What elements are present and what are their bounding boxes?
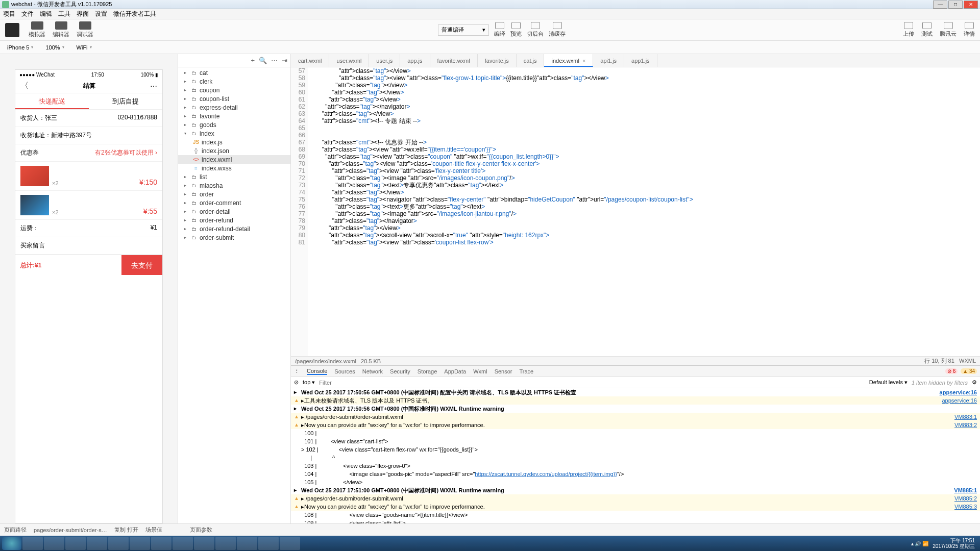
test-button[interactable]: 测试	[921, 22, 933, 38]
more-options-icon[interactable]: ⋯	[271, 57, 278, 64]
menu-project[interactable]: 项目	[3, 10, 15, 18]
folder-node[interactable]: ▸🗀clerk	[178, 77, 290, 86]
taskbar-item[interactable]	[215, 537, 236, 550]
folder-node[interactable]: ▸🗀goods	[178, 120, 290, 129]
editor-tab[interactable]: cart.wxml	[291, 54, 329, 67]
tab-sources[interactable]: Sources	[334, 368, 355, 374]
editor-tab[interactable]: user.wxml	[329, 54, 369, 67]
taskbar-item[interactable]	[173, 537, 193, 550]
file-node[interactable]: ≡index.wxss	[178, 164, 290, 172]
minimize-button[interactable]: —	[933, 1, 947, 9]
preview-button[interactable]: 预览	[510, 22, 522, 38]
debugger-toggle[interactable]: 调试器	[77, 21, 93, 38]
folder-node[interactable]: ▸🗀order-detail	[178, 207, 290, 216]
tab-console[interactable]: Console	[307, 368, 327, 375]
menu-settings[interactable]: 设置	[95, 10, 107, 18]
tab-appdata[interactable]: AppData	[444, 368, 466, 374]
editor-tab[interactable]: user.js	[369, 54, 400, 67]
taskbar-item[interactable]	[280, 537, 300, 550]
folder-node[interactable]: ▸🗀cat	[178, 68, 290, 77]
folder-node[interactable]: ▸🗀order-refund	[178, 216, 290, 224]
taskbar-item[interactable]	[108, 537, 129, 550]
folder-node[interactable]: ▸🗀miaosha	[178, 181, 290, 190]
background-button[interactable]: 切后台	[527, 22, 544, 38]
maximize-button[interactable]: □	[948, 1, 963, 9]
folder-node[interactable]: ▸🗀favorite	[178, 112, 290, 120]
file-node[interactable]: JSindex.js	[178, 138, 290, 146]
network-select[interactable]: WiFi	[74, 43, 95, 52]
editor-tab[interactable]: favorite.wxml	[430, 54, 478, 67]
tab-wxml[interactable]: Wxml	[473, 368, 487, 374]
details-button[interactable]: 详情	[964, 22, 975, 38]
editor-tab[interactable]: cat.js	[517, 54, 545, 67]
taskbar-item[interactable]	[258, 537, 279, 550]
console-output[interactable]: ▸Wed Oct 25 2017 17:50:56 GMT+0800 (中国标准…	[291, 388, 980, 523]
compile-mode-select[interactable]: 普通编译▾	[438, 24, 489, 36]
taskbar-item[interactable]	[151, 537, 172, 550]
recipient-row[interactable]: 收货人：张三 020-81167888	[15, 110, 162, 127]
taskbar-item[interactable]	[237, 537, 257, 550]
taskbar-item[interactable]	[44, 537, 64, 550]
tab-security[interactable]: Security	[390, 368, 410, 374]
note-row[interactable]: 买家留言	[15, 237, 162, 255]
folder-node[interactable]: ▾🗀index	[178, 129, 290, 138]
cloud-button[interactable]: 腾讯云	[940, 22, 957, 38]
clear-cache-button[interactable]: 清缓存	[549, 22, 566, 38]
console-settings-icon[interactable]: ⚙	[972, 379, 977, 386]
editor-tab[interactable]: favorite.js	[478, 54, 517, 67]
context-select[interactable]: top ▾	[303, 379, 315, 386]
menu-file[interactable]: 文件	[21, 10, 34, 18]
tab-delivery[interactable]: 快递配送	[15, 93, 89, 109]
editor-tab[interactable]: app1.js	[624, 54, 657, 67]
editor-tab[interactable]: api1.js	[593, 54, 624, 67]
editor-tab[interactable]: index.wxml×	[544, 54, 593, 67]
folder-node[interactable]: ▸🗀coupon	[178, 86, 290, 94]
taskbar-item[interactable]	[194, 537, 214, 550]
back-icon[interactable]: 〈	[20, 81, 29, 91]
coupon-row[interactable]: 优惠券 有2张优惠券可以使用 ›	[15, 144, 162, 162]
taskbar-item[interactable]	[130, 537, 150, 550]
menu-devtools[interactable]: 微信开发者工具	[113, 10, 156, 18]
editor-toggle[interactable]: 编辑器	[53, 21, 69, 38]
menu-tools[interactable]: 工具	[58, 10, 70, 18]
file-node[interactable]: <>index.wxml	[178, 155, 290, 164]
start-button[interactable]	[2, 537, 21, 550]
tab-network[interactable]: Network	[362, 368, 383, 374]
tab-sensor[interactable]: Sensor	[495, 368, 512, 374]
upload-button[interactable]: 上传	[903, 22, 914, 38]
pay-button[interactable]: 去支付	[121, 255, 162, 275]
simulator-toggle[interactable]: 模拟器	[29, 21, 45, 38]
folder-node[interactable]: ▸🗀order-comment	[178, 198, 290, 207]
folder-node[interactable]: ▸🗀order-submit	[178, 233, 290, 242]
system-clock[interactable]: 下午 17:51 2017/10/25 星期三	[933, 538, 975, 549]
filter-input[interactable]	[319, 380, 865, 386]
folder-node[interactable]: ▸🗀express-detail	[178, 103, 290, 112]
collapse-icon[interactable]: ⇥	[282, 57, 287, 64]
folder-node[interactable]: ▸🗀coupon-list	[178, 94, 290, 103]
level-select[interactable]: Default levels ▾	[869, 379, 908, 386]
devtools-menu-icon[interactable]: ⋮	[294, 368, 300, 374]
tab-storage[interactable]: Storage	[418, 368, 437, 374]
taskbar-item[interactable]	[65, 537, 86, 550]
menu-edit[interactable]: 编辑	[40, 10, 52, 18]
folder-node[interactable]: ▸🗀list	[178, 172, 290, 181]
close-button[interactable]: ✕	[964, 1, 978, 9]
folder-node[interactable]: ▸🗀order	[178, 190, 290, 198]
tab-trace[interactable]: Trace	[520, 368, 534, 374]
warning-count-badge[interactable]: ▲ 34	[961, 368, 977, 374]
zoom-select[interactable]: 100%	[42, 43, 67, 52]
tab-pickup[interactable]: 到店自提	[89, 93, 162, 109]
tray-icons[interactable]: ▴ 🔊 📶	[911, 541, 929, 546]
compile-button[interactable]: 编译	[494, 22, 505, 38]
more-icon[interactable]: ⋯	[150, 82, 157, 90]
new-file-icon[interactable]: +	[251, 57, 255, 64]
taskbar-item[interactable]	[22, 537, 43, 550]
editor-tab[interactable]: app.js	[400, 54, 430, 67]
folder-node[interactable]: ▸🗀order-refund-detail	[178, 224, 290, 233]
file-node[interactable]: {}index.json	[178, 146, 290, 155]
code-content[interactable]: "attr">class="tag"></view> "attr">class=…	[308, 67, 980, 356]
taskbar-item[interactable]	[87, 537, 107, 550]
device-select[interactable]: iPhone 5	[4, 43, 36, 52]
clear-console-icon[interactable]: ⊘	[294, 379, 299, 386]
error-count-badge[interactable]: ⊘ 6	[945, 368, 958, 374]
